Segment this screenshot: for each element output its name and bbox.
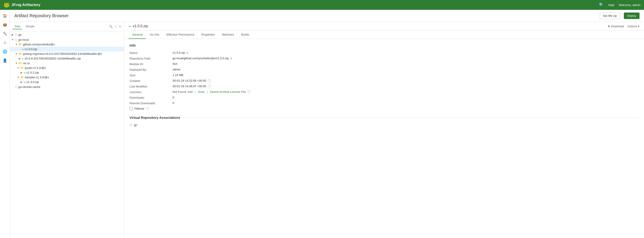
module-id-label: Module ID: [130,62,170,66]
chevron-icon: ▼ [15,53,18,55]
sidebar-item-home[interactable]: 🏠 [1,12,9,20]
name-value: v1.0.0.zip ⧉ [172,51,638,55]
tree-item-github-dir[interactable]: ▼ 📁 github.com/you/hello/@v [10,42,124,47]
tree-body: ▶ ⬡ go ▼ ⬡ go-local ▼ 📁 [10,31,124,238]
tree-item-v130-zip[interactable]: ▶ ∞ v1.3.0.zip [10,80,124,84]
sidebar-item-artifacts[interactable]: 📦 [1,20,9,29]
sidebar-item-admin[interactable]: 👤 [1,56,9,64]
tree-item-quote-dir[interactable]: ▼ 📁 quote:v1.5.2/@v [10,66,124,70]
last-modified-value: 30-01-19 14:36:07 +00:00 ? [172,84,638,88]
tab-general[interactable]: General [128,31,146,39]
app-title: JFrog Artifactory [12,3,40,7]
folder-icon: 📁 [18,43,22,46]
page-header-actions: Set Me Up Deploy [600,12,640,19]
tab-bar: General Go Info Effective Permissions Pr… [124,31,644,39]
tree-item-go-local[interactable]: ▼ ⬡ go-local [10,37,124,42]
tree-item-v152-zip[interactable]: ▶ ∞ v1.5.2.zip [10,70,124,75]
deploy-button[interactable]: Deploy [624,12,640,19]
repo-icon: ⬡ [15,38,18,41]
tree-header: Tree Simple 🔍 ☆ ▽ [10,22,124,31]
tree-bookmark-icon[interactable]: ☆ [114,25,117,28]
repo-icon: ⬡ [15,33,18,36]
tree-item-golang-dir[interactable]: ▼ 📁 golang.org/x/text:v0.0.0-20170915032… [10,51,124,56]
top-navigation: 🐸 JFrog Artifactory 🔍 Help Welcome, admi… [0,0,644,10]
tab-effective-permissions[interactable]: Effective Permissions [163,31,198,39]
licenses-value: Not Found Add | Scan | Search Archive Li… [172,90,638,94]
go-badge-icon: ∞ [128,24,131,28]
size-value: 1.15 MB [172,73,638,77]
chevron-icon: ▶ [20,81,24,83]
licenses-scan-button[interactable]: Scan [198,90,204,94]
deployed-by-value: admin [172,68,638,71]
folder-icon: 📁 [18,52,22,55]
actions-button[interactable]: Actions ▾ [628,25,640,28]
deployed-by-label: Deployed By: [130,68,170,71]
help-button[interactable]: Help [608,3,614,7]
repo-path-label: Repository Path: [130,56,170,60]
app-logo[interactable]: 🐸 JFrog Artifactory [4,2,40,8]
tab-builds[interactable]: Builds [238,31,253,39]
download-button[interactable]: ⬇ Download [608,25,624,28]
size-label: Size: [130,73,170,77]
tree-item-rsc-dir[interactable]: ▼ 📁 rsc.io [10,61,124,66]
filtered-help-icon[interactable]: ? [146,107,150,110]
go-file-icon: ∞ [24,71,26,74]
filtered-row: Filtered ? [130,107,638,110]
tab-simple[interactable]: Simple [24,24,36,29]
chevron-icon: ▼ [15,43,18,46]
tree-filter-icon[interactable]: ▽ [119,25,121,28]
tree-item-v0-zip[interactable]: ▶ ∞ v0.0.0-20170915032832-14c0d48ead0c.z… [10,56,124,61]
remote-downloads-label: Remote Downloads: [130,101,170,105]
chevron-icon: ▼ [12,38,15,41]
name-label: Name: [130,51,170,55]
chevron-icon: ▶ [20,71,24,74]
created-help-icon[interactable]: ? [208,79,211,83]
virtual-section: Virtual Repository Associations ⬡ go [130,116,638,126]
go-file-icon: ∞ [22,57,24,60]
file-actions: ⬇ Download Actions ▾ [608,25,640,28]
file-header: ∞ v1.0.0.zip ⬇ Download Actions ▾ [124,22,644,31]
page-header: Artifact Repository Browser Set Me Up De… [10,10,644,22]
folder-icon: 📁 [18,62,22,65]
tree-item-v1-zip[interactable]: ∞ v1.0.0.zip [10,47,124,51]
virtual-repo-icon: ⬡ [130,123,132,126]
tree-item-go[interactable]: ▶ ⬡ go [10,32,124,37]
licenses-label: Licenses: [130,90,170,94]
file-name: v1.0.0.zip [133,24,148,28]
repo-path-value: go-local/github.com/you/hello/@v/v1.0.0.… [172,56,638,60]
frog-icon: 🐸 [4,2,10,8]
tab-properties[interactable]: Properties [198,31,218,39]
tab-watchers[interactable]: Watchers [218,31,238,39]
go-file-icon: ∞ [22,48,24,51]
sidebar-item-builds[interactable]: 🔨 [1,29,9,38]
search-icon[interactable]: 🔍 [599,2,604,7]
repo-path-copy-icon[interactable]: ⧉ [230,57,232,60]
tab-tree[interactable]: Tree [12,24,22,29]
licenses-add-button[interactable]: Add [188,90,193,94]
folder-icon: 📁 [20,76,24,79]
tab-go-info[interactable]: Go Info [146,31,163,39]
sidebar-item-xray[interactable]: ⚠ [1,38,9,46]
licenses-search-button[interactable]: Search Archive License File [210,90,246,94]
section-divider: Virtual Repository Associations [130,116,638,119]
go-file-icon: ∞ [24,81,26,83]
chevron-icon: ▼ [15,62,18,64]
chevron-icon: ▼ [17,67,20,69]
file-title: ∞ v1.0.0.zip [128,24,148,28]
last-modified-help-icon[interactable]: ? [208,85,211,88]
tree-item-sampler-dir[interactable]: ▼ 📁 sampler:v1.3.0/@v [10,75,124,80]
filtered-checkbox[interactable] [130,107,133,110]
tree-item-go-remote-cache[interactable]: ⬡ go-remote-cache [10,84,124,89]
remote-downloads-value: 0 [172,101,638,105]
set-me-up-button[interactable]: Set Me Up [600,12,620,19]
filtered-label: Filtered [134,107,144,110]
created-value: 30-01-19 14:32:58 +00:00 ? [172,79,638,83]
tree-search-icon[interactable]: 🔍 [109,25,113,28]
chevron-down-icon: ▾ [638,25,640,28]
name-copy-icon[interactable]: ⧉ [186,51,188,54]
created-label: Created: [130,79,170,83]
sidebar-item-distribution[interactable]: 🌐 [1,47,9,55]
last-modified-label: Last Modified: [130,84,170,88]
licenses-help-icon[interactable]: ? [247,90,251,94]
downloads-label: Downloads: [130,96,170,99]
